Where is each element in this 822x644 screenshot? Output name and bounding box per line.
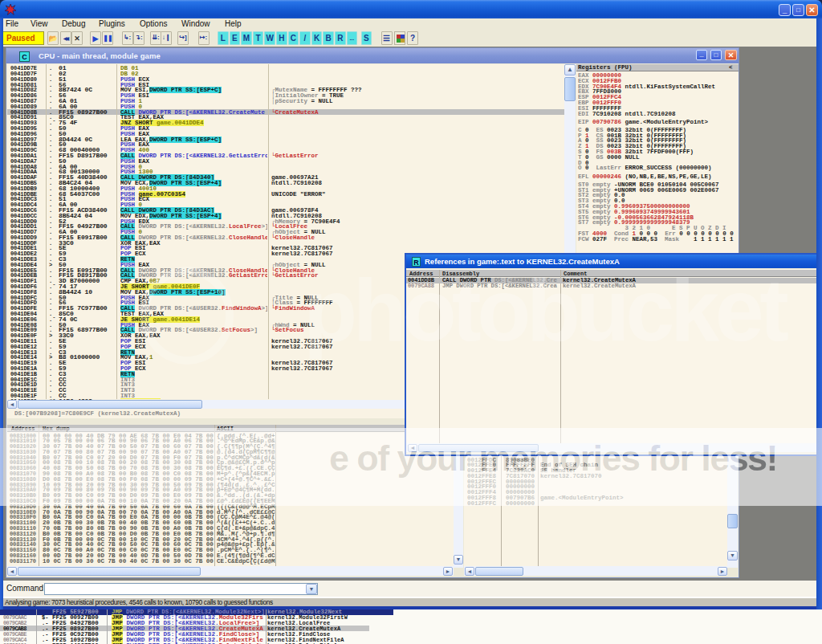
svg-text:e of your memories for less!: e of your memories for less! <box>329 438 777 479</box>
